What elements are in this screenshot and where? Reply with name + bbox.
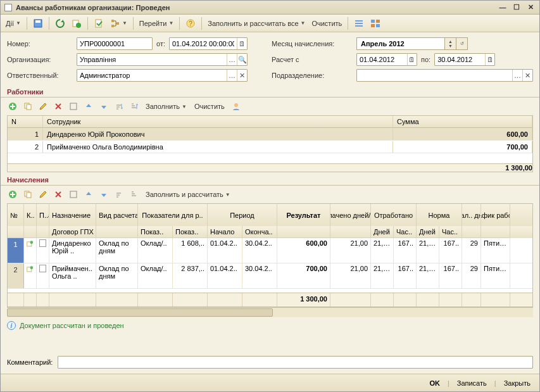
delete-row-icon[interactable] xyxy=(51,187,65,201)
ellipsis-icon[interactable]: … xyxy=(227,70,237,81)
col-result[interactable]: Результат xyxy=(277,204,330,227)
col-vid[interactable]: Вид расчета xyxy=(96,204,138,227)
dept-field[interactable]: … ✕ xyxy=(356,69,533,82)
move-down-icon[interactable] xyxy=(97,187,111,201)
toggle-row-icon[interactable] xyxy=(66,187,80,201)
copy-row-icon[interactable] xyxy=(21,187,35,201)
person-icon[interactable] xyxy=(229,99,243,113)
col-sum[interactable]: Сумма xyxy=(393,116,532,127)
view-tree-icon[interactable] xyxy=(368,16,383,30)
date-from-field[interactable]: 🗓 xyxy=(169,37,248,50)
calc-to-field[interactable]: 🗓 xyxy=(434,53,495,66)
table-row[interactable]: 2 Приймаченко Ольга Володимирівна 700,00 xyxy=(8,141,532,153)
calendar-icon[interactable]: 🗓 xyxy=(485,54,494,65)
accruals-fill-button[interactable]: Заполнить и рассчитать▼ xyxy=(142,188,234,201)
col-worked-group[interactable]: Отработано xyxy=(371,204,417,227)
refresh-icon-button[interactable] xyxy=(53,16,68,30)
col-pok2[interactable]: Показ.. xyxy=(173,226,208,238)
number-field[interactable] xyxy=(77,37,153,50)
col-pok-group[interactable]: Показатели для р.. xyxy=(138,204,208,227)
table-row[interactable]: 1 Диндаренко Юрій .. Оклад по дням Оклад… xyxy=(8,238,532,263)
maximize-button[interactable]: ☐ xyxy=(512,3,522,12)
row-number[interactable]: 1 xyxy=(8,238,24,263)
number-input[interactable] xyxy=(77,38,152,49)
col-otr2[interactable]: Час.. xyxy=(394,226,417,238)
report-icon-button[interactable] xyxy=(91,16,106,30)
checkbox[interactable] xyxy=(39,239,46,247)
col-k[interactable]: К.. xyxy=(24,204,37,227)
workers-fill-button[interactable]: Заполнить▼ xyxy=(142,100,190,113)
col-caldays[interactable]: Кал.. дни xyxy=(462,204,481,227)
calendar-icon[interactable]: 🗓 xyxy=(407,54,417,65)
move-up-icon[interactable] xyxy=(82,99,96,113)
col-norm-group[interactable]: Норма xyxy=(417,204,462,227)
col-naz[interactable]: Назначение xyxy=(49,204,96,227)
month-field[interactable]: Апрель 2012 ▲▼ ↺ xyxy=(356,37,533,50)
month-spinner[interactable]: ▲▼ xyxy=(445,37,456,50)
col-nor1[interactable]: Дней xyxy=(417,226,439,238)
table-row[interactable]: 2 Приймачен.. Ольга .. Оклад по дням Окл… xyxy=(8,263,532,289)
month-reset-icon[interactable]: ↺ xyxy=(456,37,468,50)
fill-calc-all-button[interactable]: Заполнить и рассчитать все▼ xyxy=(205,16,308,30)
dept-input[interactable] xyxy=(357,70,512,81)
clear-icon[interactable]: ✕ xyxy=(522,70,532,81)
col-p[interactable]: П..а.. xyxy=(37,204,49,227)
col-num[interactable]: № xyxy=(8,204,24,227)
help-icon-button[interactable]: ? xyxy=(183,16,198,30)
close-button[interactable]: Закрыть xyxy=(504,379,531,387)
resp-input[interactable] xyxy=(77,70,227,81)
edit-row-icon[interactable] xyxy=(36,99,50,113)
date-from-input[interactable] xyxy=(170,38,237,49)
sort-asc-icon[interactable] xyxy=(112,187,126,201)
calc-from-input[interactable] xyxy=(357,54,407,65)
toggle-row-icon[interactable] xyxy=(66,99,80,113)
calendar-icon[interactable]: 🗓 xyxy=(237,38,247,49)
resp-field[interactable]: … ✕ xyxy=(77,69,248,82)
col-n[interactable]: N xyxy=(8,116,43,127)
col-schedule[interactable]: График работы xyxy=(481,204,510,227)
actions-menu[interactable]: Дії▼ xyxy=(3,16,23,30)
ellipsis-icon[interactable]: … xyxy=(512,70,522,81)
horizontal-scrollbar[interactable] xyxy=(7,307,533,317)
structure-icon-button[interactable]: ▼ xyxy=(108,16,130,30)
calc-to-input[interactable] xyxy=(435,54,485,65)
org-field[interactable]: … 🔍 xyxy=(77,53,248,66)
clear-button[interactable]: Очистить xyxy=(309,16,344,30)
sort-asc-icon[interactable] xyxy=(112,99,126,113)
move-down-icon[interactable] xyxy=(97,99,111,113)
col-nor2[interactable]: Час.. xyxy=(439,226,462,238)
ellipsis-icon[interactable]: … xyxy=(227,54,237,65)
calc-from-field[interactable]: 🗓 xyxy=(356,53,417,66)
close-window-button[interactable]: ✕ xyxy=(525,3,536,12)
sort-desc-icon[interactable] xyxy=(127,99,141,113)
comment-input[interactable] xyxy=(58,357,532,368)
sort-desc-icon[interactable] xyxy=(127,187,141,201)
goto-menu[interactable]: Перейти▼ xyxy=(137,16,177,30)
col-per2[interactable]: Оконча.. xyxy=(242,226,277,238)
write-button[interactable]: Записать xyxy=(457,379,487,387)
delete-row-icon[interactable] xyxy=(51,99,65,113)
col-otr1[interactable]: Дней xyxy=(371,226,394,238)
edit-row-icon[interactable] xyxy=(36,187,50,201)
view-list-icon[interactable] xyxy=(351,16,367,30)
copy-row-icon[interactable] xyxy=(21,99,35,113)
add-row-icon[interactable] xyxy=(6,99,20,113)
add-row-icon[interactable] xyxy=(6,187,20,201)
col-pok1[interactable]: Показ.. xyxy=(138,226,173,238)
minimize-button[interactable]: — xyxy=(498,3,508,12)
col-per1[interactable]: Начало xyxy=(208,226,242,238)
ok-button[interactable]: OK xyxy=(429,379,440,387)
col-dog[interactable]: Договор ГПХ xyxy=(49,226,96,238)
move-up-icon[interactable] xyxy=(82,187,96,201)
comment-field[interactable] xyxy=(58,356,533,369)
org-input[interactable] xyxy=(77,54,227,65)
row-number[interactable]: 2 xyxy=(8,263,24,288)
workers-clear-button[interactable]: Очистить xyxy=(191,100,228,113)
post-icon-button[interactable] xyxy=(69,16,84,30)
col-period-group[interactable]: Период xyxy=(208,204,277,227)
checkbox[interactable] xyxy=(39,265,46,272)
clear-icon[interactable]: ✕ xyxy=(237,70,247,81)
col-paid[interactable]: Оплачено дней/ча.. xyxy=(330,204,371,227)
open-icon[interactable]: 🔍 xyxy=(237,54,247,65)
col-employee[interactable]: Сотрудник xyxy=(43,116,393,127)
